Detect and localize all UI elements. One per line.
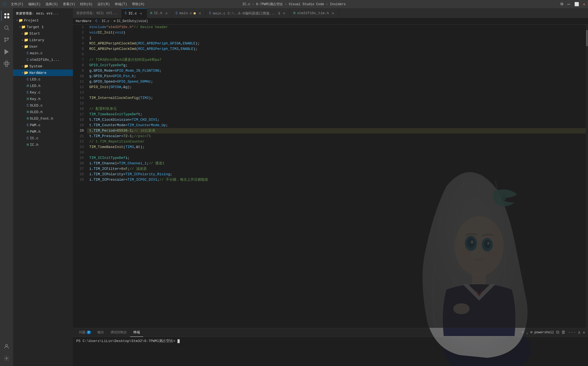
menu-terminal[interactable]: 终端(T) (113, 1, 130, 7)
tree-item-main-c[interactable]: ▸ C main.c (13, 50, 73, 56)
close-tab-ic-h[interactable]: ✕ (164, 11, 169, 16)
file-h-icon: H (27, 143, 29, 147)
svg-rect-0 (4, 13, 6, 15)
tree-item-project[interactable]: ▾ 📁 Project (13, 17, 73, 24)
code-line-26: i.TIM_Channel = TIM_Channel_1; // 通道1 (87, 161, 586, 166)
source-control-icon[interactable] (1, 34, 12, 45)
tree-item-target1[interactable]: ▾ 📁 Target 1 (13, 24, 73, 30)
tree-item-pwm-c[interactable]: ▸ C PWM.c (13, 122, 73, 128)
breadcrumb-file[interactable]: IC.c (102, 19, 109, 23)
layout-icon[interactable]: ⧉ (561, 2, 563, 6)
tree-label: LED.h (30, 84, 41, 88)
menu-run[interactable]: 运行(R) (95, 1, 112, 7)
svg-point-4 (5, 26, 8, 29)
tree-item-oled-h[interactable]: ▸ H OLED.h (13, 109, 73, 115)
search-icon[interactable] (1, 22, 12, 33)
settings-icon[interactable] (1, 353, 12, 364)
breadcrumb-function[interactable]: IC_GetDuty(void) (117, 19, 148, 23)
tree-item-system[interactable]: ▸ 📁 System (13, 63, 73, 69)
main-layout: 资源管理器: KEIL UVI... ▾ 📁 Project ▾ 📁 Targe… (0, 8, 588, 366)
tree-item-stm32[interactable]: ▸ C stm32f10x_i... (13, 56, 73, 63)
tab-ic-h[interactable]: H IC.h ✕ (147, 8, 172, 18)
tree-item-hardware[interactable]: ▾ 📂 HardWare (13, 69, 73, 76)
code-line-3: { (87, 35, 586, 41)
activity-bar (0, 8, 13, 366)
close-tab-stm32[interactable]: ✕ (330, 11, 335, 16)
tree-label: Project (24, 19, 39, 23)
tree-item-library[interactable]: ▸ 📁 Library (13, 37, 73, 43)
tree-label: Key.h (30, 97, 41, 101)
menu-edit[interactable]: 编辑(E) (26, 1, 43, 7)
tree-item-user[interactable]: ▾ 📁 User (13, 43, 73, 50)
menu-goto[interactable]: 转到(G) (78, 1, 95, 7)
code-content[interactable]: #include "stm32f10x.h" // Device header … (87, 25, 586, 328)
terminal-layout-icon[interactable]: ⧉ (556, 330, 559, 335)
close-terminal-icon[interactable]: ✕ (583, 330, 585, 335)
line-num-14: 14 (73, 95, 84, 101)
maximize-button[interactable]: ⬜ (574, 2, 579, 7)
tab-main-c-2[interactable]: C main.c C:\..6-8编码器接口测速... 3 ✕ (206, 8, 290, 18)
run-debug-icon[interactable] (1, 46, 12, 57)
minimize-button[interactable]: — (567, 1, 570, 7)
line-num-18: 18 (73, 117, 84, 123)
close-button[interactable]: ✕ (583, 2, 585, 7)
folder-icon: 📁 (24, 64, 28, 68)
menu-view[interactable]: 查看(V) (61, 1, 78, 7)
tree-item-oled-font-h[interactable]: ▸ H OLED_Font.h (13, 115, 73, 122)
code-line-13 (87, 90, 586, 95)
file-c-icon: C (27, 123, 29, 127)
breadcrumb-hardware[interactable]: HardWare (76, 19, 91, 23)
file-c-icon: C (27, 90, 29, 95)
close-tab-main-c2[interactable]: ✕ (282, 11, 287, 16)
tab-stm32-tim-h[interactable]: H stm32f10x_tim.h ✕ (290, 8, 339, 18)
tree-item-key-h[interactable]: ▸ H Key.h (13, 96, 73, 102)
close-tab-ic-c[interactable]: ✕ (139, 11, 143, 16)
tree-item-oled-c[interactable]: ▸ C OLED.c (13, 102, 73, 109)
tree-item-ic-h[interactable]: ▸ H IC.h (13, 141, 73, 148)
scrollbar[interactable] (586, 25, 588, 328)
line-num-21: 21 (73, 134, 84, 139)
explorer-icon[interactable] (1, 10, 12, 21)
terminal-content[interactable]: PS C:\Users\LiLin\Desktop\Stm32\6-7PWMl测… (73, 337, 588, 366)
menu-file[interactable]: 文件(F) (9, 1, 26, 7)
tree-item-pwm-h[interactable]: ▸ H PWM.h (13, 128, 73, 135)
menu-help[interactable]: 帮助(H) (130, 1, 147, 7)
extensions-icon[interactable] (1, 58, 12, 69)
code-line-5: RCC_APB1PeriphClockCmd(RCC_APB1Periph_TI… (87, 46, 586, 52)
split-terminal-button[interactable]: ⌄ (526, 330, 528, 335)
menu-select[interactable]: 选择(S) (43, 1, 60, 7)
tab-output[interactable]: 输出 (94, 328, 107, 337)
file-h-icon: H (27, 117, 29, 121)
close-tab-main-c[interactable]: ✕ (197, 11, 202, 16)
tree-item-led-h[interactable]: ▸ H LED.h (13, 83, 73, 89)
trash-icon[interactable]: 🗑 (561, 330, 566, 335)
tab-ic-c[interactable]: C IC.c ✕ (122, 8, 147, 18)
code-line-19: t.TIM_CounterMode = TIM_CounterMode_Up; (87, 123, 586, 128)
tab-debug-console[interactable]: 调试控制台 (107, 328, 130, 337)
tree-item-led-c[interactable]: ▸ C LED.c (13, 76, 73, 83)
svg-rect-3 (7, 16, 9, 18)
tree-label: User (29, 45, 38, 49)
file-type-indicator: C (125, 11, 127, 15)
tree-item-key-c[interactable]: ▸ C Key.c (13, 89, 73, 96)
file-c-icon: C (27, 51, 29, 55)
svg-point-14 (5, 344, 7, 346)
svg-line-5 (8, 29, 9, 30)
tree-item-start[interactable]: ▸ 📁 Start (13, 30, 73, 37)
more-actions-icon[interactable]: ··· (568, 330, 576, 335)
scrollbar-thumb[interactable] (586, 30, 588, 46)
tree-item-ic-c[interactable]: ▸ C IC.c (13, 135, 73, 141)
tab-terminal[interactable]: 终端 (130, 328, 143, 337)
tab-label: main.c C:\..6-8编码器接口测速... 3 (213, 11, 280, 16)
tab-explorer[interactable]: 资源管理器: KEIL UVI... (73, 8, 122, 18)
tree-label: PWM.c (30, 123, 41, 127)
add-terminal-button[interactable]: + (521, 330, 524, 335)
code-line-15 (87, 101, 586, 106)
tab-problems[interactable]: 问题 3 (76, 328, 94, 337)
chevron-up-icon[interactable]: ∧ (578, 330, 581, 335)
account-icon[interactable] (1, 341, 12, 352)
tree-label: OLED.h (30, 110, 43, 114)
code-editor[interactable]: 1 2 3 4 5 6 7 8 9 10 11 12 13 14 15 16 1 (73, 25, 588, 328)
tab-main-c[interactable]: C main.c ✕ (172, 8, 206, 18)
breadcrumb-c-icon: C (96, 19, 97, 23)
